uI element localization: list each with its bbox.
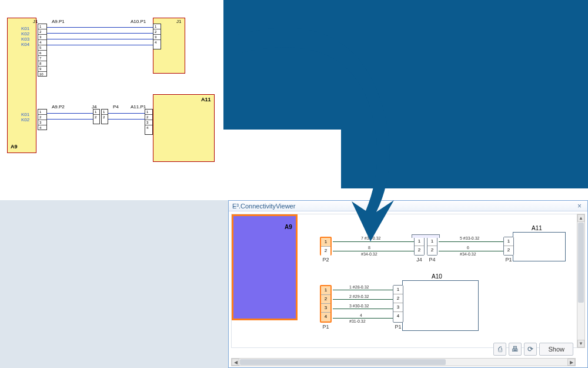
cv-wire (333, 309, 393, 309)
cv-wlabel: #34-0.32 (460, 252, 476, 256)
show-button[interactable]: Show (539, 343, 573, 356)
wire (108, 119, 145, 120)
sig-k04: K04 (21, 42, 29, 47)
cv-wlabel: #31-0.32 (349, 319, 366, 323)
cv-wlabel: 3 #30-0.32 (349, 304, 369, 308)
wire (47, 27, 153, 28)
cv-wire (333, 241, 414, 242)
sig-k02: K02 (21, 31, 29, 37)
j4-label: J4 (92, 104, 96, 110)
refresh-icon: ⟳ (527, 345, 533, 353)
scroll-thumb-h[interactable] (240, 359, 446, 365)
connector-a10-p1: 1234 (153, 24, 161, 49)
wire (47, 113, 93, 114)
a9p1-label: A9.P1 (52, 19, 65, 24)
cv-block-a9[interactable] (232, 214, 298, 320)
bottom-left-panel (0, 200, 228, 368)
cv-port-a9-p2[interactable]: 1 2 (320, 237, 332, 256)
cv-p2-label: P2 (320, 257, 332, 263)
cv-wlabel: 5 #33-0.32 (460, 236, 480, 240)
cv-a11-p1-label: P1 (503, 257, 514, 263)
sig-k03: K03 (21, 37, 29, 42)
cv-wire (333, 318, 393, 319)
cv-wire (439, 241, 503, 242)
scrollbar-horizontal[interactable]: ◀ ▶ (231, 358, 576, 366)
cv-wire (333, 299, 393, 300)
cv-p1-label: P1 (320, 324, 332, 330)
cv-wlabel: 4 (360, 313, 362, 317)
white-patch (223, 130, 341, 188)
bottom-region: E³.ConnectivityViewer × A9 1 2 P2 1 2 3 … (0, 200, 588, 368)
cv-port-p4[interactable]: 1 2 (427, 237, 437, 256)
sig-k01: K01 (21, 26, 29, 31)
connector-j4: 12 (93, 109, 100, 124)
cv-block-a10[interactable] (402, 280, 479, 331)
cv-a9-label: A9 (285, 224, 292, 230)
cv-j4p4-bridge (412, 234, 440, 238)
wire (47, 119, 93, 120)
viewer-toolbar: ⎙ 🖶 ⟳ Show (493, 343, 573, 356)
cv-port-a9-p1[interactable]: 1 2 3 4 (320, 285, 332, 323)
cv-port-j4[interactable]: 1 2 (414, 237, 425, 256)
viewer-title-bar[interactable]: E³.ConnectivityViewer × (229, 201, 587, 211)
export-icon: ⎙ (498, 345, 502, 353)
cv-wlabel: 1 #28-0.32 (349, 285, 369, 289)
connector-p4: 12 (101, 109, 108, 124)
block-a11-label: A11 (201, 97, 211, 102)
scroll-left-icon[interactable]: ◀ (232, 359, 239, 366)
cv-j4-label: J4 (413, 257, 425, 263)
connector-a11-p1: 1234 (145, 109, 153, 135)
a10p1-label: A10.P1 (131, 19, 146, 24)
cv-wlabel: 2 #29-0.32 (349, 294, 369, 299)
block-a11 (153, 94, 215, 162)
cv-wlabel: #34-0.32 (361, 252, 377, 256)
top-region: A9 123 456 78910 J1 A9.P1 K01 K02 K03 K0… (0, 0, 588, 200)
cv-wlabel: 8 (368, 246, 370, 250)
j1b-label: J1 (176, 19, 181, 24)
cv-port-a10-p1[interactable]: 1 2 3 4 (393, 285, 403, 323)
block-a9-label: A9 (11, 144, 18, 150)
source-schematic: A9 123 456 78910 J1 A9.P1 K01 K02 K03 K0… (0, 0, 223, 185)
cv-block-a11[interactable] (513, 232, 566, 261)
scroll-thumb-v[interactable] (578, 223, 584, 303)
cv-a11-label: A11 (532, 225, 542, 231)
cv-wlabel: 7 #33-0.32 (361, 236, 381, 240)
cv-a10-label: A10 (432, 273, 442, 280)
j1-label: J1 (33, 19, 38, 24)
p4-label: P4 (113, 104, 119, 110)
cv-wire (333, 251, 414, 251)
scroll-up-icon[interactable]: ▲ (577, 214, 584, 222)
export-button[interactable]: ⎙ (493, 343, 506, 356)
viewer-title-text: E³.ConnectivityViewer (232, 203, 295, 210)
wire (47, 45, 153, 45)
a11p1-label: A11.P1 (131, 104, 146, 110)
sig-k02b: K02 (21, 117, 29, 122)
connector-a9-p1: 123 456 78910 (38, 24, 47, 77)
connectivity-viewer-window: E³.ConnectivityViewer × A9 1 2 P2 1 2 3 … (228, 200, 588, 368)
cv-p4-label: P4 (426, 257, 438, 263)
wire (108, 113, 145, 114)
scroll-down-icon[interactable]: ▼ (577, 340, 584, 347)
refresh-button[interactable]: ⟳ (524, 343, 537, 356)
print-icon: 🖶 (512, 345, 519, 353)
a9p2-label: A9.P2 (52, 104, 65, 110)
scroll-right-icon[interactable]: ▶ (567, 359, 575, 366)
sig-k01b: K01 (21, 112, 29, 117)
cv-wire (439, 251, 503, 251)
connector-a9-p2: 1234 (38, 109, 47, 130)
close-icon[interactable]: × (575, 202, 584, 210)
scrollbar-vertical[interactable]: ▲ ▼ (577, 214, 585, 348)
wire (47, 33, 153, 34)
wire (47, 39, 153, 39)
viewer-canvas[interactable]: A9 1 2 P2 1 2 3 4 P1 1 2 J4 1 (231, 214, 585, 348)
cv-wlabel: 6 (467, 246, 469, 250)
cv-wire (333, 290, 393, 290)
print-button[interactable]: 🖶 (509, 343, 522, 356)
cv-a10-p1-label: P1 (392, 324, 404, 330)
cv-port-a11-p1[interactable]: 1 2 (503, 237, 514, 256)
